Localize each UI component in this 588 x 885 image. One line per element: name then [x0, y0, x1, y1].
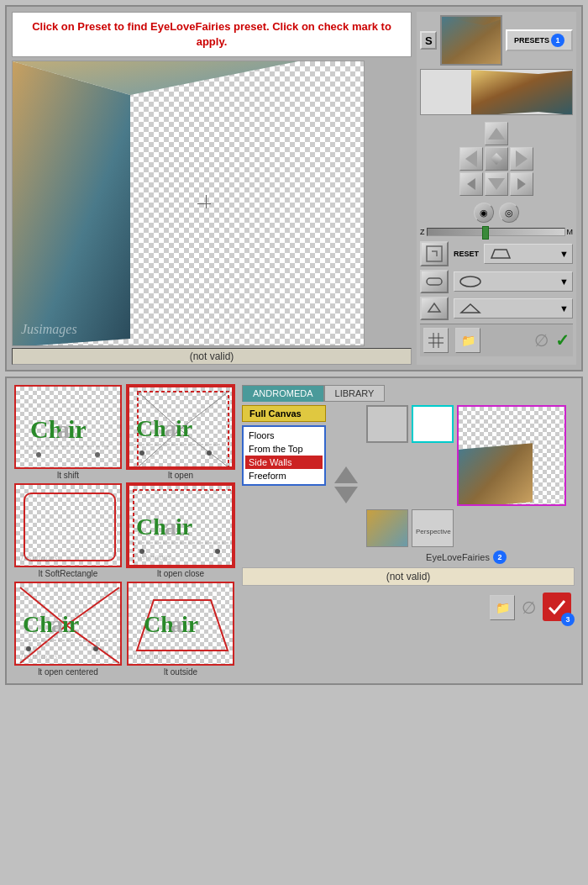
thumb-label-0: lt shift — [57, 471, 79, 480]
thumbnails-grid: Jusimages Ch a ir lt shift — [13, 385, 235, 677]
big-arrow-down[interactable] — [334, 487, 358, 503]
reset-icon-btn[interactable] — [420, 241, 449, 266]
down-triangle — [488, 178, 505, 190]
grid-icon — [428, 333, 444, 348]
full-canvas-btn[interactable]: Full Canvas — [242, 405, 326, 422]
perspective-btn-1[interactable]: ▼ — [484, 244, 573, 264]
preview-section: Perspective EyeLoveFairies 2 — [366, 405, 566, 564]
small-thumb-2[interactable] — [412, 405, 454, 443]
folder-icon-btn[interactable]: 📁 — [455, 328, 480, 353]
thumb-svg-1: Ch a ir — [129, 387, 234, 469]
arrow-left-btn[interactable] — [459, 147, 483, 171]
svg-marker-9 — [428, 303, 440, 312]
cancel-btn-2[interactable]: ∅ — [522, 598, 536, 618]
thumb-item-4: Ch a ir Jusimages lt open centered — [13, 582, 123, 677]
preset-list-item-3[interactable]: Freeform — [245, 469, 323, 482]
big-arrow-up[interactable] — [334, 466, 358, 483]
arrow-center-btn[interactable] — [485, 147, 508, 171]
reset-label: RESET — [454, 250, 479, 258]
tabs-row: ANDROMEDA LIBRARY — [242, 385, 575, 402]
thumb-box-1[interactable]: Jusimages Ch a ir — [127, 385, 234, 469]
arrow-up-btn[interactable] — [485, 122, 508, 145]
svg-point-8 — [460, 277, 480, 287]
perspective-thumb-2[interactable]: Perspective — [412, 509, 454, 547]
thumb-label-2: lt SoftRectangle — [39, 569, 98, 578]
oval-svg — [458, 274, 483, 289]
svg-marker-0 — [13, 61, 130, 345]
check-top-btn[interactable]: ✓ — [555, 330, 570, 350]
svg-text:ir: ir — [176, 415, 192, 441]
tab-library[interactable]: LIBRARY — [324, 385, 386, 402]
chevron-down-icon: ▼ — [559, 249, 569, 259]
oval-dropdown-btn[interactable]: ▼ — [454, 271, 573, 292]
slider-z-label: Z — [420, 228, 425, 236]
folder-icon: 📁 — [461, 334, 475, 347]
top-controls: S PRESETS 21 — [417, 12, 576, 365]
svg-text:a: a — [51, 611, 63, 637]
dr-triangle — [517, 178, 526, 190]
cancel-top-btn[interactable]: ∅ — [534, 330, 549, 350]
svg-text:Ch: Ch — [136, 415, 166, 441]
tri-chevron-icon: ▼ — [559, 303, 569, 313]
preset-badge: 21 — [551, 34, 564, 47]
tab-andromeda[interactable]: ANDROMEDA — [242, 385, 324, 402]
arrow-down-right-btn[interactable] — [510, 172, 533, 196]
thumb-watermark-4: Jusimages — [19, 651, 58, 661]
top-canvas-preview: Jusimages — [12, 61, 365, 346]
big-up-icon — [334, 466, 358, 483]
svg-text:ir: ir — [62, 611, 79, 637]
right-panel: ANDROMEDA LIBRARY Full Canvas Floors Fro… — [242, 385, 575, 677]
arrow-down-btn[interactable] — [485, 172, 508, 196]
thumb-item-3: Ch a ir Jusimages lt open close — [126, 483, 235, 578]
perspective-thumb-1[interactable] — [366, 509, 408, 547]
svg-marker-10 — [461, 304, 480, 313]
top-status-bar: (not valid) — [12, 348, 412, 365]
preset-list-item-2[interactable]: Side Walls — [245, 456, 323, 469]
arrow-grid — [459, 122, 533, 196]
thumb-box-2[interactable]: Jusimages — [14, 483, 122, 567]
triangle-dropdown-btn[interactable]: ▼ — [454, 298, 573, 319]
tri-dropdown-svg — [458, 301, 483, 316]
svg-point-49 — [93, 646, 98, 651]
svg-text:ir: ir — [181, 611, 198, 637]
svg-text:Ch: Ch — [136, 514, 166, 540]
preset-list-item-0[interactable]: Floors — [245, 429, 323, 442]
reset-svg — [425, 245, 444, 263]
s-button[interactable]: S — [420, 31, 437, 50]
thumb-item-5: Ch a ir Jusimages lt outside — [126, 582, 235, 677]
z-slider[interactable] — [427, 228, 565, 236]
left-triangle — [465, 150, 477, 167]
svg-rect-7 — [427, 278, 442, 285]
oval-chevron-icon: ▼ — [559, 277, 569, 287]
thumb-box-0[interactable]: Jusimages Ch a ir — [14, 385, 122, 469]
svg-text:Ch: Ch — [23, 611, 53, 637]
thumb-watermark-2: Jusimages — [19, 552, 58, 562]
check-btn-2[interactable]: 3 — [543, 593, 571, 623]
presets-label: PRESETS — [514, 36, 549, 45]
preset-name-label: EyeLoveFairies — [426, 552, 490, 562]
svg-point-30 — [139, 450, 144, 456]
cancel-icon-2: ∅ — [522, 598, 536, 617]
thumb-box-4[interactable]: Ch a ir Jusimages — [14, 582, 122, 666]
round-btn-1[interactable]: ◉ — [474, 203, 494, 223]
thumb-box-3[interactable]: Ch a ir Jusimages — [127, 483, 234, 567]
top-status-text: (not valid) — [190, 350, 234, 362]
thumb-label-5: lt outside — [164, 667, 197, 677]
small-thumbs-row — [366, 405, 566, 506]
cancel-top-icon: ∅ — [534, 331, 549, 350]
preset-thumb-svg — [442, 17, 502, 66]
thumb-label-3: lt open close — [157, 569, 204, 578]
arrow-right-btn[interactable] — [510, 147, 533, 171]
small-thumb-1[interactable] — [366, 405, 408, 443]
perspective-thumbs-row: Perspective — [366, 509, 566, 547]
arrow-down-left-btn[interactable] — [459, 172, 483, 196]
preset-list-item-1[interactable]: From the Top — [245, 442, 323, 456]
z-slider-thumb — [482, 226, 489, 240]
thumb-label-4: lt open centered — [38, 667, 98, 677]
grid-icon-btn[interactable] — [423, 328, 449, 353]
folder-btn-2[interactable]: 📁 — [490, 595, 515, 620]
svg-text:Ch: Ch — [144, 611, 174, 637]
round-btn-2[interactable]: ◎ — [499, 203, 519, 223]
presets-button[interactable]: PRESETS 21 — [506, 29, 573, 51]
thumb-box-5[interactable]: Ch a ir Jusimages — [127, 582, 234, 666]
